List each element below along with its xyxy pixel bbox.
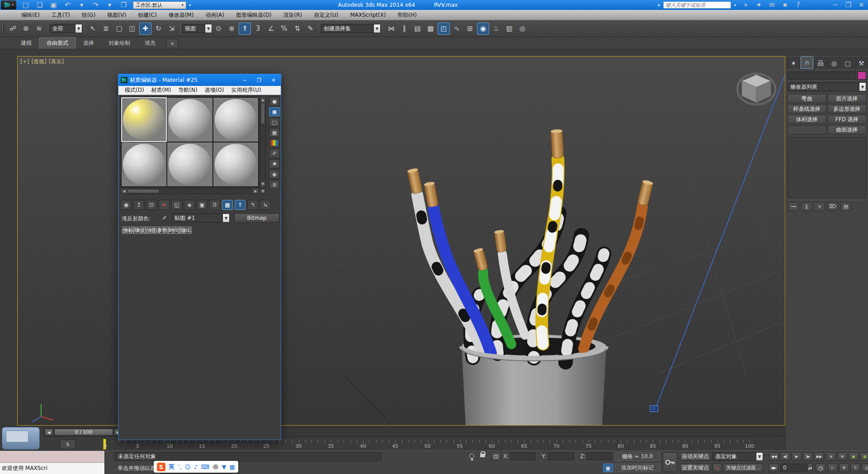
menu-item-0[interactable]: 编辑(E) (15, 10, 46, 20)
viewport-label-0[interactable]: [+] (20, 58, 29, 65)
modifier-button-7[interactable]: 曲面选择 (828, 125, 867, 134)
viewport-layout-tab[interactable] (2, 427, 40, 450)
next-frame-button[interactable]: |▶ (803, 452, 813, 461)
rendered-frame-window-button[interactable]: ▥ (503, 23, 515, 35)
window-crossing-toggle-button[interactable]: ◫ (126, 23, 138, 35)
time-slider-handle[interactable]: 0 / 100 (54, 429, 113, 436)
play-button[interactable]: ▶ (792, 452, 802, 461)
undo-dropdown-button[interactable]: ▾ (75, 0, 88, 11)
search-binoculars-button[interactable]: ⌖ (740, 0, 752, 11)
voice-input-icon[interactable]: ♪ (194, 464, 198, 470)
render-production-button[interactable]: ◎ (516, 23, 528, 35)
rollout-4[interactable]: 输出 (180, 227, 192, 234)
layer-manager-button[interactable]: ▤ (411, 23, 424, 35)
snap-toggle-3d-button[interactable]: 3 (252, 23, 264, 35)
key-mode-toggle-icon[interactable]: ◀▶ (769, 464, 778, 472)
search-expand-icon[interactable]: ▸ (656, 1, 662, 9)
previous-frame-button[interactable]: ◀| (780, 452, 790, 461)
modifier-list-dropdown[interactable]: 修改器列表 ▼ (788, 82, 866, 91)
me-maximize-button[interactable]: ❐ (252, 74, 266, 86)
ribbon-tab-1[interactable]: 自由形式 (39, 37, 76, 49)
modifier-button-5[interactable]: FFD 选择 (828, 115, 867, 124)
named-selection-sets-dropdown[interactable]: 创建选择集 ▼ (321, 24, 381, 33)
assign-material-to-selection-button[interactable]: ⊡ (146, 200, 157, 210)
zoom-button[interactable]: ⊕ (826, 452, 836, 461)
hierarchy-button[interactable]: 品 (814, 57, 827, 69)
menu-item-9[interactable]: 自定义(U) (308, 10, 344, 20)
menu-item-1[interactable]: 工具(T) (46, 10, 76, 20)
material-editor-button[interactable]: ◉ (477, 23, 489, 35)
punctuation-indicator[interactable]: ’, (178, 464, 181, 470)
toggle-set-key-mode-button[interactable] (663, 452, 677, 472)
redo-button[interactable]: ↷ (90, 0, 102, 11)
status-person-icon[interactable]: ☻ (212, 464, 219, 470)
open-mini-curve-editor-button[interactable]: ⇅ (60, 440, 75, 449)
graphite-ribbon-toggle-button[interactable]: ▦ (425, 23, 437, 35)
toolbox-icon[interactable]: ▦ (229, 464, 235, 470)
me-minimize-button[interactable]: ─ (238, 74, 251, 86)
select-and-scale-button[interactable]: ⇲ (165, 23, 178, 35)
pin-stack-button[interactable]: ⊶ (788, 202, 799, 211)
menu-item-2[interactable]: 组(G) (76, 10, 102, 20)
me-menu-item-2[interactable]: 导航(N) (175, 86, 201, 94)
menu-item-10[interactable]: MAXScript(X) (344, 10, 392, 20)
create-button[interactable]: ✶ (787, 57, 800, 69)
set-key-button[interactable]: 设置关键点 (680, 464, 711, 472)
display-button[interactable]: ▢ (841, 57, 854, 69)
application-menu-button[interactable]: ▾ (1, 0, 16, 9)
toolbar-grip[interactable] (2, 23, 4, 34)
go-to-end-button[interactable]: ▶▶ (814, 452, 824, 461)
sample-slot-5[interactable] (167, 142, 212, 186)
quick-access-overflow-icon[interactable]: ▾ (186, 3, 193, 8)
material-id-channel-button[interactable]: 0 (209, 200, 220, 210)
align-button[interactable]: ∥ (398, 23, 410, 35)
select-object-button[interactable]: ↖ (87, 23, 99, 35)
use-pivot-point-center-button[interactable]: ⊙ (212, 23, 225, 35)
pan-view-button[interactable]: ✥ (839, 464, 849, 472)
get-material-button[interactable]: ◉ (121, 200, 132, 210)
auto-key-button[interactable]: 自动关键点 (680, 452, 711, 461)
backlight-button[interactable]: ▣ (269, 107, 280, 116)
motion-button[interactable]: ◎ (828, 57, 840, 69)
go-to-start-button[interactable]: ◀◀ (769, 452, 779, 461)
me-menu-item-4[interactable]: 实用程序(U) (227, 86, 264, 94)
go-to-parent-button[interactable]: ↰ (247, 200, 258, 210)
key-filter-curve-icon[interactable]: ∿ (712, 464, 722, 472)
sogou-logo-icon[interactable]: S (157, 463, 165, 471)
sample-slot-4[interactable] (122, 142, 166, 186)
infocenter-search-input[interactable] (663, 1, 731, 9)
search-dropdown-icon[interactable]: ▾ (732, 1, 738, 9)
maxscript-mini-listener[interactable]: 欢迎使用 MAXScri (0, 451, 105, 474)
me-menu-item-3[interactable]: 选项(O) (201, 86, 228, 94)
select-and-manipulate-button[interactable]: ⊕ (226, 23, 238, 35)
track-bar-ticks[interactable] (105, 440, 751, 443)
object-color-swatch[interactable] (858, 71, 866, 80)
open-file-button[interactable]: ❏ (33, 0, 46, 11)
favorites-button[interactable]: ★ (779, 0, 791, 11)
angle-snap-button[interactable]: ∠ (265, 23, 277, 35)
ribbon-flyout-icon[interactable]: ▾ (166, 39, 178, 48)
show-map-in-viewport-button[interactable]: ▦ (222, 200, 233, 210)
sample-vertical-scrollbar[interactable]: ▲ ▼ (260, 97, 266, 187)
minimize-button[interactable]: ─ (829, 0, 841, 11)
z-coord-field[interactable] (587, 452, 612, 460)
undo-button[interactable]: ↶ (61, 0, 74, 11)
restore-button[interactable]: ❐ (842, 0, 854, 11)
reference-coordsys-dropdown[interactable]: 视图 ▼ (182, 24, 212, 33)
ribbon-tab-2[interactable]: 选择 (76, 38, 101, 49)
menu-item-5[interactable]: 修改器(M) (163, 10, 200, 20)
map-name-dropdown[interactable]: 贴图 #1 ▼ (172, 213, 230, 223)
sample-slot-6[interactable] (213, 142, 258, 186)
select-and-move-button[interactable]: ✚ (139, 23, 151, 35)
rollout-1[interactable]: 噪波 (134, 227, 146, 234)
put-to-library-button[interactable]: ▣ (197, 200, 208, 210)
help-button[interactable]: ? (792, 0, 804, 11)
select-by-material-button[interactable]: ◉ (269, 170, 280, 179)
adaptive-degradation-icon[interactable] (469, 454, 474, 459)
orbit-button[interactable]: ↻ (850, 464, 860, 472)
skin-icon[interactable]: ▼ (222, 464, 226, 470)
menu-item-6[interactable]: 动画(A) (199, 10, 230, 20)
scroll-right-icon[interactable]: ▶ (253, 189, 259, 194)
sample-horizontal-scrollbar[interactable]: ◀ ▶ (121, 188, 259, 194)
field-of-view-button[interactable]: ▷ (828, 464, 838, 472)
